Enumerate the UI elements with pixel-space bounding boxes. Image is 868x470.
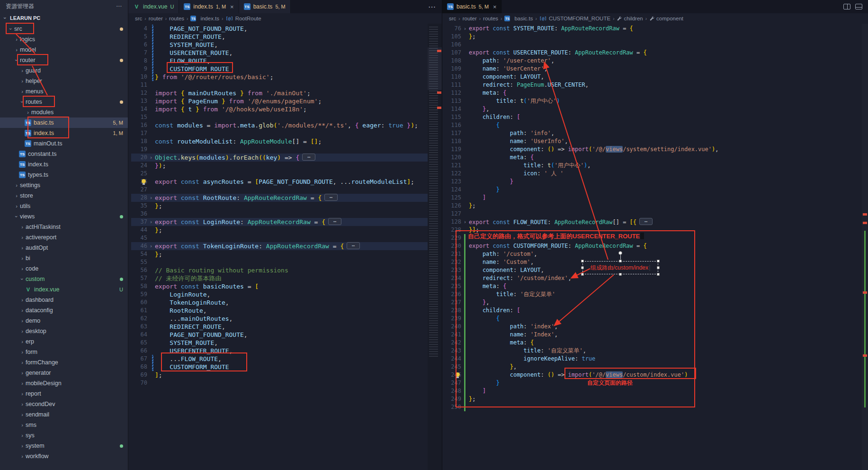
code-line-106[interactable]: 106 <box>445 41 868 49</box>
breadcrumb-item-routes[interactable]: routes <box>483 16 498 21</box>
code-line-230[interactable]: 230export const CUSTOMFORM_ROUTE: AppRou… <box>445 242 868 250</box>
code-line-60[interactable]: 60 TokenLoginRoute, <box>131 298 442 307</box>
code-line-55[interactable]: 55 <box>131 258 442 266</box>
tree-item-helper[interactable]: ›helper <box>0 76 128 86</box>
code-line-127[interactable]: 127 <box>445 210 868 218</box>
tree-item-src[interactable]: ›src <box>0 24 128 34</box>
code-line-123[interactable]: 123 } <box>445 178 868 186</box>
breadcrumb-item-children[interactable]: children <box>617 16 643 22</box>
tree-item-actHiTaskinst[interactable]: ›actHiTaskinst <box>0 222 128 232</box>
tree-item-settings[interactable]: ›settings <box>0 180 128 190</box>
code-line-66[interactable]: 66 USERCENTER_ROUTE, <box>131 347 442 355</box>
editor-layout-icon[interactable] <box>855 4 862 9</box>
close-icon[interactable]: × <box>230 3 234 10</box>
code-line-239[interactable]: 239 { <box>445 315 868 323</box>
code-line-12[interactable]: 12import { mainOutRoutes } from './mainO… <box>131 89 442 97</box>
code-line-36[interactable]: 36 <box>131 210 442 218</box>
split-editor-icon[interactable] <box>843 4 850 9</box>
tree-item-secondDev[interactable]: ›secondDev <box>0 399 128 409</box>
code-line-4[interactable]: 4 PAGE_NOT_FOUND_ROUTE, <box>131 25 442 33</box>
code-line-56[interactable]: 56// Basic routing without permissions <box>131 266 442 274</box>
tree-item-desktop[interactable]: ›desktop <box>0 326 128 336</box>
code-line-248[interactable]: 248 ] <box>445 387 868 395</box>
code-line-246[interactable]: 246 component: () => import('/@/views/cu… <box>445 371 868 379</box>
code-line-20[interactable]: 20›Object.keys(modules).forEach((key) =>… <box>131 154 442 162</box>
code-line-67[interactable]: 67 ...FLOW_ROUTE, <box>131 355 442 363</box>
code-line-46[interactable]: 46›export const TokenLoginRoute: AppRout… <box>131 242 442 250</box>
code-line-112[interactable]: 112 meta: { <box>445 89 868 97</box>
tree-item-demo[interactable]: ›demo <box>0 316 128 326</box>
code-line-108[interactable]: 108 path: '/user-center', <box>445 57 868 65</box>
code-line-26[interactable]: 26export const asyncRoutes = [PAGE_NOT_F… <box>131 178 442 186</box>
tree-item-types.ts[interactable]: TStypes.ts <box>0 170 128 180</box>
code-line-19[interactable]: 19 <box>131 145 442 154</box>
code-line-111[interactable]: 111 redirect: PageEnum.USER_CENTER, <box>445 81 868 89</box>
tree-item-activereport[interactable]: ›activereport <box>0 232 128 243</box>
code-line-24[interactable]: 24}); <box>131 162 442 170</box>
code-line-243[interactable]: 243 title: '自定义菜单', <box>445 347 868 355</box>
breadcrumb-item-router[interactable]: router <box>463 16 477 21</box>
code-line-228[interactable]: 228}]; <box>445 226 868 234</box>
code-line-128[interactable]: 128›export const FLOW_ROUTE: AppRouteRec… <box>445 218 868 226</box>
code-line-242[interactable]: 242 meta: { <box>445 339 868 347</box>
workspace-section-header[interactable]: › LEARUN PC <box>0 12 128 24</box>
tree-item-report[interactable]: ›report <box>0 389 128 399</box>
tree-item-system[interactable]: ›system <box>0 441 128 451</box>
code-line-236[interactable]: 236 title: '自定义菜单' <box>445 290 868 298</box>
tree-item-custom[interactable]: ›custom <box>0 274 128 284</box>
code-line-28[interactable]: 28›export const RootRoute: AppRouteRecor… <box>131 194 442 202</box>
tree-item-sms[interactable]: ›sms <box>0 420 128 430</box>
code-line-14[interactable]: 14import { t } from '/@/hooks/web/useI18… <box>131 105 442 113</box>
code-line-68[interactable]: 68 CUSTOMFORM_ROUTE <box>131 363 442 371</box>
code-line-107[interactable]: 107export const USERCENTER_ROUTE: AppRou… <box>445 49 868 57</box>
code-line-44[interactable]: 44}; <box>131 226 442 234</box>
minimap-slider[interactable] <box>428 47 442 90</box>
tab-basic.ts[interactable]: TSbasic.ts5, M <box>239 0 291 13</box>
breadcrumb-item-index.ts[interactable]: TSindex.ts <box>190 16 219 21</box>
more-actions-icon[interactable]: ⋯ <box>116 3 122 9</box>
breadcrumb-item-basic.ts[interactable]: TSbasic.ts <box>504 16 533 21</box>
tree-item-erp[interactable]: ›erp <box>0 336 128 347</box>
breadcrumb-item-src[interactable]: src <box>135 16 142 21</box>
code-line-250[interactable]: 250 <box>445 403 868 411</box>
code-line-57[interactable]: 57// 未经许可的基本路由 <box>131 274 442 282</box>
tree-item-sys[interactable]: ›sys <box>0 430 128 441</box>
code-line-25[interactable]: 25 <box>131 170 442 178</box>
overview-ruler[interactable] <box>862 24 868 470</box>
code-line-233[interactable]: 233 component: LAYOUT, <box>445 266 868 274</box>
code-line-120[interactable]: 120 meta: { <box>445 154 868 162</box>
code-line-58[interactable]: 58export const basicRoutes = [ <box>131 282 442 290</box>
code-line-15[interactable]: 15 <box>131 113 442 121</box>
tree-item-utils[interactable]: ›utils <box>0 201 128 211</box>
code-line-105[interactable]: 105}; <box>445 33 868 41</box>
tree-item-dashboard[interactable]: ›dashboard <box>0 295 128 305</box>
tree-item-generator[interactable]: ›generator <box>0 368 128 378</box>
tab-index.vue[interactable]: Vindex.vueU <box>128 0 179 13</box>
minimap[interactable] <box>428 24 442 470</box>
tree-item-modules[interactable]: ›modules <box>0 107 128 118</box>
code-line-6[interactable]: 6 SYSTEM_ROUTE, <box>131 41 442 49</box>
code-line-117[interactable]: 117 path: 'info', <box>445 129 868 137</box>
code-line-45[interactable]: 45 <box>131 234 442 242</box>
code-line-64[interactable]: 64 PAGE_NOT_FOUND_ROUTE, <box>131 331 442 339</box>
code-line-76[interactable]: 76›export const SYSTEM_ROUTE: AppRouteRe… <box>445 25 868 33</box>
tree-item-basic.ts[interactable]: TSbasic.ts5, M <box>0 118 128 128</box>
code-line-241[interactable]: 241 name: 'Index', <box>445 331 868 339</box>
code-line-7[interactable]: 7 USERCENTER_ROUTE, <box>131 49 442 57</box>
code-line-238[interactable]: 238 children: [ <box>445 307 868 315</box>
code-line-9[interactable]: 9 CUSTOMFORM_ROUTE <box>131 65 442 73</box>
tree-item-workflow[interactable]: ›workflow <box>0 451 128 461</box>
code-line-124[interactable]: 124 } <box>445 186 868 194</box>
tree-item-bi[interactable]: ›bi <box>0 253 128 263</box>
close-icon[interactable]: × <box>493 3 497 10</box>
tree-item-dataconfig[interactable]: ›dataconfig <box>0 305 128 316</box>
code-line-125[interactable]: 125 ] <box>445 194 868 202</box>
tree-item-guard[interactable]: ›guard <box>0 65 128 76</box>
code-line-54[interactable]: 54}; <box>131 250 442 258</box>
code-line-118[interactable]: 118 name: 'UserInfo', <box>445 137 868 145</box>
tab-index.ts[interactable]: TSindex.ts1, M× <box>179 0 239 13</box>
code-line-59[interactable]: 59 LoginRoute, <box>131 290 442 298</box>
code-line-65[interactable]: 65 SYSTEM_ROUTE, <box>131 339 442 347</box>
breadcrumb-item-router[interactable]: router <box>149 16 163 21</box>
breadcrumb-item-component[interactable]: component <box>649 16 683 22</box>
